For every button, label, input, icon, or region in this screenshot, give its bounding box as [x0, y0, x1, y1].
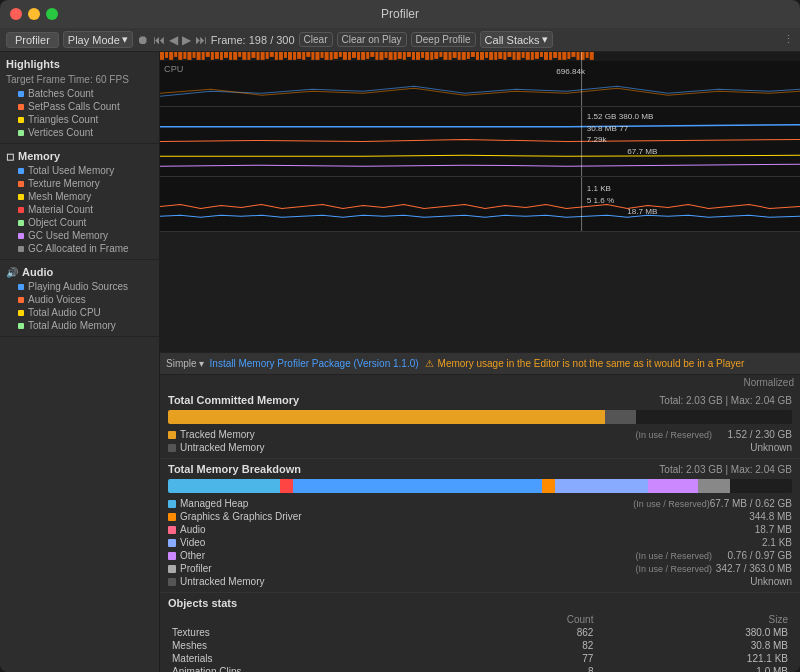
svg-rect-16	[229, 52, 232, 60]
svg-rect-25	[270, 52, 274, 57]
main-area: Highlights Target Frame Time: 60 FPS Bat…	[0, 52, 800, 672]
svg-rect-38	[330, 52, 333, 60]
breakdown-section: Total Memory Breakdown Total: 2.03 GB | …	[160, 459, 800, 593]
svg-rect-11	[206, 52, 210, 57]
sidebar-item-batches-count[interactable]: Batches Count	[0, 87, 159, 100]
main-toolbar: Profiler Play Mode ▾ ⏺ ⏮ ◀ ▶ ⏭ Frame: 19…	[0, 28, 800, 52]
maximize-button[interactable]	[46, 8, 58, 20]
setpass-count-color	[18, 104, 24, 110]
objects-title: Objects stats	[168, 597, 792, 609]
svg-rect-87	[553, 52, 557, 58]
svg-rect-78	[513, 52, 516, 60]
install-link[interactable]: Install Memory Profiler Package (Version…	[210, 358, 419, 369]
svg-text:696.84k: 696.84k	[556, 67, 585, 76]
sidebar-item-gc-allocated[interactable]: GC Allocated in Frame	[0, 242, 159, 255]
svg-rect-30	[293, 52, 296, 60]
sidebar-item-audio-memory[interactable]: Total Audio Memory	[0, 319, 159, 332]
svg-rect-67	[462, 52, 466, 60]
breakdown-row-profiler: Profiler (In use / Reserved) 342.7 / 363…	[168, 562, 792, 575]
sidebar-item-texture-memory[interactable]: Texture Memory	[0, 177, 159, 190]
highlights-header: Highlights	[0, 56, 159, 72]
sidebar-item-triangles-count[interactable]: Triangles Count	[0, 113, 159, 126]
simple-dropdown[interactable]: Simple ▾	[166, 358, 204, 369]
play-mode-dropdown[interactable]: Play Mode ▾	[63, 31, 133, 48]
svg-rect-79	[517, 52, 521, 60]
minimize-button[interactable]	[28, 8, 40, 20]
col-name	[168, 613, 465, 626]
sidebar-item-object-count[interactable]: Object Count	[0, 216, 159, 229]
profiler-window: Profiler Profiler Play Mode ▾ ⏺ ⏮ ◀ ▶ ⏭ …	[0, 0, 800, 672]
svg-rect-36	[321, 52, 324, 58]
sidebar-item-audio-sources[interactable]: Playing Audio Sources	[0, 280, 159, 293]
svg-rect-96	[160, 61, 800, 106]
memory-icon: ◻	[6, 151, 14, 162]
svg-rect-73	[489, 52, 493, 60]
svg-rect-17	[233, 52, 237, 60]
svg-rect-94	[586, 52, 589, 58]
svg-rect-39	[334, 52, 338, 59]
sidebar-item-setpass-count[interactable]: SetPass Calls Count	[0, 100, 159, 113]
next-step-button[interactable]: ▶	[182, 33, 191, 47]
call-stacks-dropdown[interactable]: Call Stacks ▾	[480, 31, 553, 48]
sidebar-item-total-memory[interactable]: Total Used Memory	[0, 164, 159, 177]
svg-rect-49	[379, 52, 383, 60]
svg-rect-41	[343, 52, 347, 60]
prev-step-button[interactable]: ◀	[169, 33, 178, 47]
svg-rect-37	[325, 52, 329, 60]
triangles-count-color	[18, 117, 24, 123]
memory-left-section: ◻ Memory Total Used Memory Texture Memor…	[0, 144, 159, 260]
svg-rect-64	[449, 52, 452, 60]
svg-rect-44	[357, 52, 360, 60]
highlights-section: Highlights Target Frame Time: 60 FPS Bat…	[0, 52, 159, 144]
clear-on-play-button[interactable]: Clear on Play	[337, 32, 407, 47]
svg-rect-24	[266, 52, 269, 59]
svg-rect-84	[540, 52, 543, 57]
audio-chart: 1.1 KB 5 1.6 % 18.7 MB	[160, 177, 800, 231]
chart-area[interactable]: CPU 696.84k	[160, 52, 800, 352]
svg-rect-10	[202, 52, 205, 60]
prev-frame-button[interactable]: ⏮	[153, 33, 165, 47]
table-row: Animation Clips 8 1.0 MB	[168, 665, 792, 672]
svg-text:5  1.6 %: 5 1.6 %	[587, 196, 615, 205]
svg-rect-18	[238, 52, 241, 57]
svg-rect-35	[315, 52, 319, 60]
warning-message: ⚠ Memory usage in the Editor is not the …	[425, 358, 745, 369]
svg-rect-12	[211, 52, 214, 60]
sidebar-item-audio-cpu[interactable]: Total Audio CPU	[0, 306, 159, 319]
committed-total: Total: 2.03 GB | Max: 2.04 GB	[659, 395, 792, 406]
breakdown-total: Total: 2.03 GB | Max: 2.04 GB	[659, 464, 792, 475]
svg-rect-91	[571, 52, 575, 57]
sidebar-item-gc-memory[interactable]: GC Used Memory	[0, 229, 159, 242]
svg-text:7.29k: 7.29k	[587, 136, 608, 145]
close-button[interactable]	[10, 8, 22, 20]
more-options-icon[interactable]: ⋮	[783, 33, 794, 46]
profiler-tab[interactable]: Profiler	[6, 32, 59, 48]
svg-rect-4	[174, 52, 177, 57]
sidebar-item-audio-voices[interactable]: Audio Voices	[0, 293, 159, 306]
svg-rect-6	[183, 52, 186, 59]
svg-rect-106	[160, 177, 800, 231]
svg-rect-92	[577, 52, 580, 60]
svg-rect-88	[558, 52, 561, 60]
next-frame-button[interactable]: ⏭	[195, 33, 207, 47]
vertices-count-color	[18, 130, 24, 136]
breakdown-row-managed: Managed Heap (In use / Reserved) 67.7 MB…	[168, 497, 792, 510]
sidebar-item-mesh-memory[interactable]: Mesh Memory	[0, 190, 159, 203]
sidebar-item-vertices-count[interactable]: Vertices Count	[0, 126, 159, 139]
svg-rect-71	[480, 52, 484, 60]
table-row: Textures 862 380.0 MB	[168, 626, 792, 639]
record-button[interactable]: ⏺	[137, 33, 149, 47]
sidebar-item-material-count[interactable]: Material Count	[0, 203, 159, 216]
deep-profile-button[interactable]: Deep Profile	[411, 32, 476, 47]
breakdown-row-audio: Audio 18.7 MB	[168, 523, 792, 536]
svg-rect-61	[434, 52, 438, 59]
svg-rect-31	[297, 52, 301, 59]
bottom-panel: Simple ▾ Install Memory Profiler Package…	[160, 352, 800, 672]
breakdown-row-graphics: Graphics & Graphics Driver 344.8 MB	[168, 510, 792, 523]
svg-text:1.1 KB: 1.1 KB	[587, 184, 611, 193]
clear-button[interactable]: Clear	[299, 32, 333, 47]
untracked-memory-row: Untracked Memory Unknown	[168, 441, 792, 454]
audio-header: 🔊 Audio	[0, 264, 159, 280]
svg-rect-60	[430, 52, 433, 60]
svg-rect-65	[453, 52, 457, 58]
